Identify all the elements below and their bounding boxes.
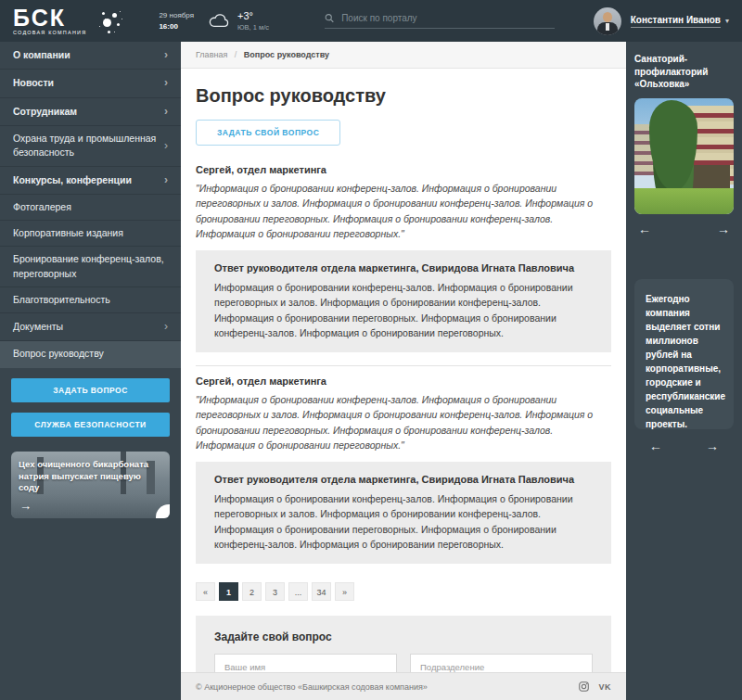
weather-widget: +3° ЮВ, 1 м/с [209, 9, 269, 33]
sidebar-item-contests[interactable]: Конкурсы, конференции › [0, 167, 181, 195]
date-label: 29 ноября [159, 10, 194, 21]
ask-question-button[interactable]: ЗАДАТЬ ВОПРОС [11, 378, 170, 402]
chevron-right-icon: › [164, 75, 168, 91]
pagination-next[interactable]: » [335, 582, 354, 601]
sidebar-item-label: Корпоративные издания [13, 226, 123, 240]
layout: О компании › Новости › Сотрудникам › Охр… [0, 42, 742, 700]
sidebar-item-about[interactable]: О компании › [0, 42, 181, 70]
breadcrumb-home[interactable]: Главная [196, 50, 227, 59]
arrow-right-icon[interactable]: → [19, 499, 32, 513]
user-name[interactable]: Константин Иванов [631, 15, 721, 28]
answer-title: Ответ руководителя отдела маркетинга, Св… [214, 474, 593, 485]
instagram-icon[interactable] [579, 681, 589, 692]
sidebar-item-label: Конкурсы, конференции [13, 173, 132, 187]
main-column: Главная / Вопрос руководству Вопрос руко… [181, 42, 626, 700]
sidebar-item-label: Документы [13, 320, 63, 334]
logo-splash-icon [88, 6, 120, 37]
sidebar-news-card[interactable]: Цех очищенного бикарбоната натрия выпуск… [11, 452, 170, 518]
news-card-caption: Цех очищенного бикарбоната натрия выпуск… [19, 459, 162, 494]
answer-text: Информация о бронировании конференц-зало… [214, 280, 593, 340]
name-field[interactable] [214, 654, 397, 672]
arrow-right-icon[interactable]: → [717, 222, 730, 236]
cloud-icon [209, 13, 229, 28]
sidebar-item-room-booking[interactable]: Бронирование конференц-залов, переговорн… [0, 247, 181, 286]
sidebar-item-news[interactable]: Новости › [0, 70, 181, 97]
sanatorium-title: Санаторий-профилакторий «Ольховка» [634, 53, 734, 91]
sidebar-item-corporate-media[interactable]: Корпоративные издания [0, 221, 181, 247]
sidebar-item-documents[interactable]: Документы › [0, 313, 181, 341]
arrow-left-icon[interactable]: ← [649, 439, 662, 453]
answer-panel: Ответ руководителя отдела маркетинга, Св… [196, 250, 611, 352]
divider [196, 365, 611, 366]
pagination-prev[interactable]: « [196, 582, 215, 601]
logo-text: БСК СОДОВАЯ КОМПАНИЯ [13, 6, 86, 36]
answer-text: Информация о бронировании конференц-зало… [214, 491, 593, 552]
left-sidebar: О компании › Новости › Сотрудникам › Охр… [0, 42, 181, 700]
answer-title: Ответ руководителя отдела маркетинга, Св… [214, 262, 593, 274]
breadcrumb-separator: / [235, 50, 237, 59]
question-text: "Информация о бронировании конференц-зал… [196, 181, 611, 241]
arrow-left-icon[interactable]: ← [638, 222, 651, 236]
sidebar-item-label: Фотогалерея [13, 200, 71, 214]
user-menu[interactable]: Константин Иванов ▾ [594, 7, 729, 35]
portal-search [325, 13, 555, 29]
sidebar-item-label: Новости [13, 76, 54, 90]
sidebar-item-photo-gallery[interactable]: Фотогалерея [0, 195, 181, 221]
question-author: Сергей, отдел маркетинга [196, 375, 611, 387]
sidebar-item-charity[interactable]: Благотворительность [0, 287, 181, 313]
wind-label: ЮВ, 1 м/с [237, 23, 269, 33]
qa-item: Сергей, отдел маркетинга "Информация о б… [196, 164, 611, 352]
search-input[interactable] [341, 13, 555, 23]
sanatorium-carousel-arrows: ← → [634, 214, 734, 236]
form-title: Задайте свой вопрос [214, 630, 593, 643]
question-form: Задайте свой вопрос ОТПРАВИТЬ ВОПРОС [196, 616, 611, 672]
arrow-right-icon[interactable]: → [706, 439, 719, 453]
breadcrumb-current: Вопрос руководству [244, 50, 329, 59]
security-service-button[interactable]: СЛУЖБА БЕЗОПАСНОСТИ [11, 413, 170, 437]
portal-page: БСК СОДОВАЯ КОМПАНИЯ 29 ноября 16:00 +3°… [0, 0, 742, 700]
social-links: VK [579, 681, 611, 692]
pagination-page-3[interactable]: 3 [265, 582, 285, 601]
logo-subtitle: СОДОВАЯ КОМПАНИЯ [13, 31, 86, 36]
temperature-label: +3° [237, 9, 269, 23]
chevron-down-icon: ▾ [725, 17, 729, 25]
promo-text: Ежегодно компания выделяет сотни миллион… [646, 292, 723, 431]
right-sidebar: Санаторий-профилакторий «Ольховка» ← → Е… [626, 42, 742, 700]
answer-panel: Ответ руководителя отдела маркетинга, Св… [196, 462, 611, 564]
sidebar-item-label: Бронирование конференц-залов, переговорн… [13, 252, 168, 280]
date-time: 29 ноября 16:00 [159, 10, 194, 32]
sidebar-item-label: Благотворительность [13, 293, 110, 307]
copyright-text: © Акционерное общество «Башкирская содов… [196, 682, 428, 692]
vk-icon[interactable]: VK [598, 682, 611, 692]
qa-item: Сергей, отдел маркетинга "Информация о б… [196, 375, 611, 564]
chevron-right-icon: › [164, 138, 168, 154]
photo-grass [634, 188, 734, 214]
temp-block: +3° ЮВ, 1 м/с [237, 9, 269, 33]
promo-card: Ежегодно компания выделяет сотни миллион… [634, 279, 734, 429]
pagination-page-2[interactable]: 2 [242, 582, 262, 601]
ask-your-question-button[interactable]: ЗАДАТЬ СВОЙ ВОПРОС [196, 120, 340, 146]
chevron-right-icon: › [164, 104, 168, 120]
sidebar-item-question-to-management[interactable]: Вопрос руководству [0, 341, 181, 367]
top-header: БСК СОДОВАЯ КОМПАНИЯ 29 ноября 16:00 +3°… [0, 0, 742, 42]
pagination: « 1 2 3 ... 34 » [196, 582, 611, 601]
sidebar-item-label: Сотрудникам [13, 105, 77, 119]
question-author: Сергей, отдел маркетинга [196, 164, 611, 175]
department-field[interactable] [410, 654, 593, 672]
sidebar-item-employees[interactable]: Сотрудникам › [0, 98, 181, 126]
search-icon [325, 13, 334, 23]
promo-carousel-arrows: ← → [646, 431, 723, 453]
pagination-ellipsis: ... [288, 582, 308, 601]
page-title: Вопрос руководству [196, 85, 611, 107]
time-label: 16:00 [159, 22, 177, 31]
pagination-page-1[interactable]: 1 [219, 582, 238, 601]
avatar [594, 7, 621, 35]
company-logo[interactable]: БСК СОДОВАЯ КОМПАНИЯ [13, 6, 120, 37]
main-menu: О компании › Новости › Сотрудникам › Охр… [0, 42, 181, 368]
sanatorium-photo[interactable] [634, 98, 734, 214]
logo-title: БСК [13, 6, 86, 30]
pagination-page-34[interactable]: 34 [312, 582, 331, 601]
sidebar-item-label: Охрана труда и промышленная безопасность [13, 132, 157, 159]
sidebar-item-safety[interactable]: Охрана труда и промышленная безопасность… [0, 126, 181, 166]
sidebar-item-label: Вопрос руководству [13, 347, 104, 361]
